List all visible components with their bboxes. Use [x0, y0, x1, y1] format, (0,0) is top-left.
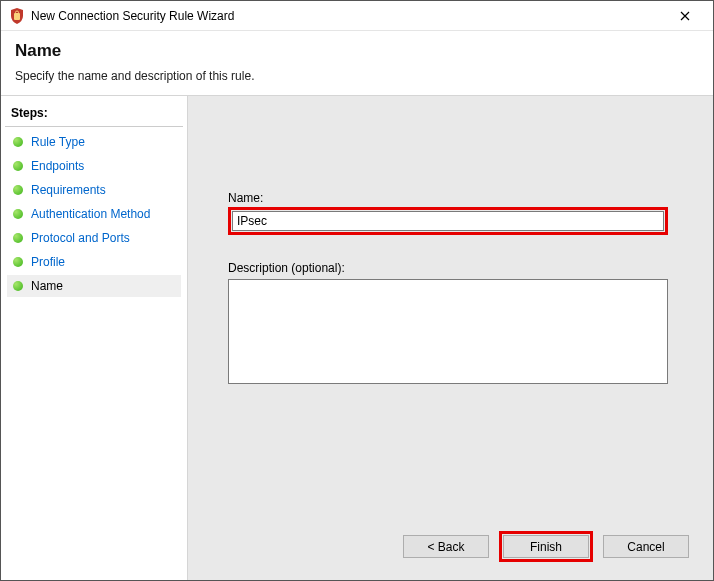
- step-label: Rule Type: [31, 135, 85, 149]
- body-area: Steps: Rule Type Endpoints Requirements …: [1, 96, 713, 580]
- wizard-window: New Connection Security Rule Wizard Name…: [0, 0, 714, 581]
- step-name[interactable]: Name: [7, 275, 181, 297]
- window-title: New Connection Security Rule Wizard: [31, 9, 665, 23]
- step-label: Protocol and Ports: [31, 231, 130, 245]
- name-input[interactable]: [232, 211, 664, 231]
- bullet-icon: [13, 257, 23, 267]
- app-icon: [9, 8, 25, 24]
- step-endpoints[interactable]: Endpoints: [7, 155, 181, 177]
- description-label: Description (optional):: [228, 261, 683, 275]
- close-button[interactable]: [665, 2, 705, 30]
- steps-panel: Steps: Rule Type Endpoints Requirements …: [1, 96, 188, 580]
- page-heading: Name: [15, 41, 699, 61]
- finish-highlight: Finish: [499, 531, 593, 562]
- description-textarea[interactable]: [228, 279, 668, 384]
- bullet-icon: [13, 233, 23, 243]
- page-subtitle: Specify the name and description of this…: [15, 69, 699, 83]
- step-label: Endpoints: [31, 159, 84, 173]
- name-label: Name:: [228, 191, 683, 205]
- bullet-icon: [13, 281, 23, 291]
- step-label: Profile: [31, 255, 65, 269]
- cancel-button[interactable]: Cancel: [603, 535, 689, 558]
- step-label: Authentication Method: [31, 207, 150, 221]
- button-row: < Back Finish Cancel: [403, 531, 689, 562]
- step-label: Requirements: [31, 183, 106, 197]
- main-panel: Name: Description (optional): < Back Fin…: [188, 96, 713, 580]
- back-button[interactable]: < Back: [403, 535, 489, 558]
- step-rule-type[interactable]: Rule Type: [7, 131, 181, 153]
- header-area: Name Specify the name and description of…: [1, 31, 713, 96]
- steps-heading: Steps:: [5, 102, 183, 127]
- finish-button[interactable]: Finish: [503, 535, 589, 558]
- bullet-icon: [13, 161, 23, 171]
- step-profile[interactable]: Profile: [7, 251, 181, 273]
- name-highlight: [228, 207, 668, 235]
- step-requirements[interactable]: Requirements: [7, 179, 181, 201]
- titlebar: New Connection Security Rule Wizard: [1, 1, 713, 31]
- bullet-icon: [13, 185, 23, 195]
- step-label: Name: [31, 279, 63, 293]
- bullet-icon: [13, 137, 23, 147]
- step-protocol-and-ports[interactable]: Protocol and Ports: [7, 227, 181, 249]
- step-authentication-method[interactable]: Authentication Method: [7, 203, 181, 225]
- bullet-icon: [13, 209, 23, 219]
- form-section: Name: Description (optional):: [228, 191, 683, 387]
